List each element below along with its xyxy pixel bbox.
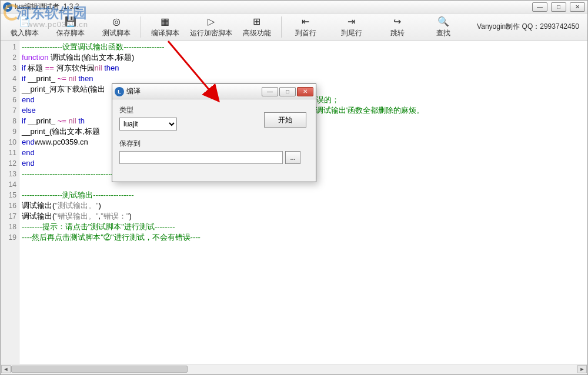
toolbar-icon: 🔍: [437, 16, 449, 28]
code-line[interactable]: if 标题 == 河东软件园nil then: [22, 63, 585, 73]
toolbar-label: 查找: [436, 28, 450, 38]
line-number: 4: [1, 73, 16, 84]
main-window: L lua编辑调试者_1.3.2 — □ ✕ 📄载入脚本💾保存脚本◎测试脚本▦编…: [0, 0, 588, 375]
toolbar-icon: ▦: [161, 16, 169, 28]
window-buttons: — □ ✕: [532, 2, 585, 12]
toolbar-icon: ▷: [208, 16, 215, 28]
dialog-maximize-button[interactable]: □: [279, 87, 296, 96]
line-number: 19: [1, 232, 16, 243]
dialog-minimize-button[interactable]: —: [262, 87, 278, 96]
toolbar-载入脚本[interactable]: 📄载入脚本: [2, 14, 48, 40]
maximize-button[interactable]: □: [551, 2, 566, 12]
dialog-title: 编译: [126, 86, 262, 96]
toolbar-icon: ⇤: [302, 16, 309, 28]
toolbar-label: 到首行: [295, 28, 316, 38]
toolbar-icon: ↪: [393, 16, 401, 28]
type-select[interactable]: luajit: [119, 118, 177, 130]
toolbar-label: 测试脚本: [102, 28, 131, 38]
toolbar-跳转[interactable]: ↪跳转: [375, 14, 420, 40]
code-line[interactable]: 调试输出("错误输出。","错误："): [22, 211, 585, 222]
toolbar-运行加密脚本[interactable]: ▷运行加密脚本: [188, 14, 234, 40]
dialog-close-button[interactable]: ✕: [297, 87, 313, 96]
line-number: 1: [1, 42, 16, 52]
line-number: 10: [1, 137, 16, 148]
scroll-left-arrow[interactable]: ◄: [1, 365, 11, 373]
toolbar-label: 运行加密脚本: [190, 28, 232, 38]
line-number: 11: [1, 148, 16, 158]
toolbar-icon: 📄: [19, 16, 31, 28]
toolbar-label: 编译脚本: [151, 28, 179, 38]
toolbar-icon: ⇥: [348, 16, 355, 28]
save-path-input[interactable]: [119, 151, 283, 164]
window-title: lua编辑调试者_1.3.2: [15, 2, 532, 12]
toolbar-icon: ⊞: [253, 16, 260, 28]
toolbar-查找[interactable]: 🔍查找: [420, 14, 466, 40]
close-button[interactable]: ✕: [570, 2, 585, 12]
dialog-icon: L: [115, 87, 124, 96]
line-number: 14: [1, 179, 16, 190]
line-gutter: 12345678910111213141516171819: [1, 41, 19, 364]
toolbar-到首行[interactable]: ⇤到首行: [283, 14, 329, 40]
line-number: 15: [1, 190, 16, 200]
scroll-right-arrow[interactable]: ►: [577, 365, 587, 373]
toolbar-label: 载入脚本: [11, 28, 39, 38]
toolbar-保存脚本[interactable]: 💾保存脚本: [48, 14, 93, 40]
line-number: 2: [1, 52, 16, 63]
line-number: 18: [1, 222, 16, 232]
browse-button[interactable]: ...: [285, 151, 300, 164]
line-number: 12: [1, 158, 16, 169]
app-icon: L: [3, 2, 12, 12]
toolbar-label: 保存脚本: [56, 28, 85, 38]
toolbar-高级功能[interactable]: ⊞高级功能: [234, 14, 280, 40]
toolbar-label: 到尾行: [341, 28, 362, 38]
line-number: 13: [1, 169, 16, 179]
code-line[interactable]: if __print_ ~= nil then: [22, 73, 585, 84]
compile-dialog: L 编译 — □ ✕ 类型 luajit 开始 保存到 ...: [112, 83, 316, 182]
toolbar-icon: 💾: [65, 16, 76, 28]
line-number: 3: [1, 63, 16, 73]
line-number: 5: [1, 84, 16, 95]
line-number: 7: [1, 105, 16, 116]
toolbar-label: 跳转: [390, 28, 405, 38]
code-line[interactable]: ----------------测试输出----------------: [22, 190, 585, 200]
line-number: 9: [1, 126, 16, 137]
toolbar-label: 高级功能: [243, 28, 271, 38]
code-line[interactable]: ----------------设置调试输出函数----------------: [22, 42, 585, 52]
save-label: 保存到: [119, 139, 309, 149]
titlebar: L lua编辑调试者_1.3.2 — □ ✕: [1, 1, 587, 14]
code-line[interactable]: 调试输出("测试输出。"): [22, 200, 585, 211]
code-line[interactable]: function 调试输出(输出文本,标题): [22, 52, 585, 63]
horizontal-scrollbar[interactable]: ◄ ►: [1, 364, 587, 374]
code-line[interactable]: ----然后再点击测试脚本"②"进行测试，不会有错误----: [22, 232, 585, 243]
toolbar-icon: ◎: [112, 16, 121, 28]
line-number: 16: [1, 200, 16, 211]
scroll-thumb[interactable]: [11, 366, 188, 373]
toolbar-到尾行[interactable]: ⇥到尾行: [329, 14, 375, 40]
minimize-button[interactable]: —: [532, 2, 547, 12]
line-number: 6: [1, 95, 16, 105]
line-number: 17: [1, 211, 16, 222]
line-number: 8: [1, 116, 16, 126]
toolbar: 📄载入脚本💾保存脚本◎测试脚本▦编译脚本▷运行加密脚本⊞高级功能⇤到首行⇥到尾行…: [1, 14, 587, 41]
toolbar-测试脚本[interactable]: ◎测试脚本: [93, 14, 139, 40]
code-line[interactable]: --------提示：请点击"测试脚本"进行测试--------: [22, 222, 585, 232]
toolbar-编译脚本[interactable]: ▦编译脚本: [142, 14, 188, 40]
start-button[interactable]: 开始: [264, 112, 306, 128]
dialog-titlebar: L 编译 — □ ✕: [112, 84, 316, 99]
toolbar-credit: Vanyogin制作 QQ：2993742450: [477, 22, 586, 32]
